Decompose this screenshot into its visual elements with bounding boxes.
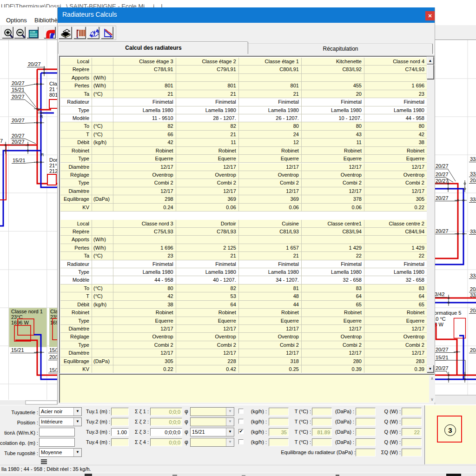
svg-text:20/27: 20/27 bbox=[436, 172, 449, 177]
svg-text:20/27: 20/27 bbox=[12, 80, 25, 86]
svg-text:33/4: 33/4 bbox=[470, 273, 476, 278]
svg-text:R: R bbox=[40, 114, 43, 119]
svg-text:20/27: 20/27 bbox=[436, 347, 449, 352]
svg-text:20/27: 20/27 bbox=[12, 94, 25, 99]
svg-text:20/27: 20/27 bbox=[436, 163, 449, 169]
svg-text:33/4: 33/4 bbox=[470, 197, 476, 202]
svg-text:20/27: 20/27 bbox=[436, 228, 449, 234]
svg-text:33/4: 33/4 bbox=[470, 229, 476, 234]
svg-text:20/27: 20/27 bbox=[12, 118, 25, 123]
svg-text:20/2: 20/2 bbox=[470, 286, 476, 292]
svg-text:7: 7 bbox=[0, 138, 3, 144]
svg-text:33/4: 33/4 bbox=[470, 171, 476, 177]
svg-text:20/27: 20/27 bbox=[436, 178, 449, 184]
svg-text:1696 W: 1696 W bbox=[11, 320, 29, 325]
svg-text:15/21: 15/21 bbox=[436, 355, 449, 360]
svg-text:20/27: 20/27 bbox=[12, 139, 25, 145]
svg-text:20/2: 20/2 bbox=[470, 178, 476, 183]
svg-text:Classe nord 1: Classe nord 1 bbox=[11, 309, 43, 314]
svg-text:15/21: 15/21 bbox=[11, 347, 24, 353]
svg-text:20/2: 20/2 bbox=[470, 347, 476, 353]
svg-text:20/27: 20/27 bbox=[28, 61, 41, 67]
svg-text:20/27: 20/27 bbox=[436, 195, 449, 201]
svg-text:R: R bbox=[41, 152, 44, 157]
svg-text:33/4: 33/4 bbox=[470, 156, 476, 162]
svg-text:20/2: 20/2 bbox=[470, 308, 476, 313]
svg-text:20/27: 20/27 bbox=[12, 133, 25, 139]
svg-text:15/21: 15/21 bbox=[12, 87, 25, 93]
svg-text:33/4: 33/4 bbox=[470, 292, 476, 298]
svg-text:15/21: 15/21 bbox=[13, 158, 26, 163]
svg-text:20/27: 20/27 bbox=[436, 365, 449, 371]
